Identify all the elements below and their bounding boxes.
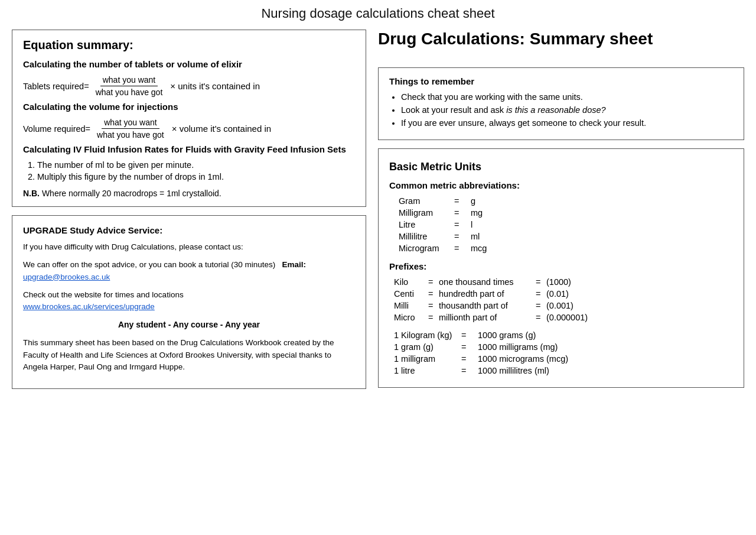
equation-summary-heading: Equation summary:: [23, 38, 355, 52]
upgrade-title: UPGRADE Study Advice Service:: [23, 225, 355, 235]
injections-heading: Calculating the volume for injections: [23, 102, 355, 112]
abbrev-microgram: Microgram = mcg: [399, 244, 733, 253]
things-box: Things to remember Check that you are wo…: [378, 67, 744, 140]
nb-text: N.B. Where normally 20 macrodrops = 1ml …: [23, 189, 355, 198]
tablets-fraction: what you want what you have got: [93, 75, 165, 97]
equation-summary-box: Equation summary: Calculating the number…: [12, 30, 366, 207]
things-bullet-1: Check that you are working with the same…: [401, 92, 733, 102]
conv-kilogram: 1 Kilogram (kg) = 1000 grams (g): [394, 330, 733, 340]
upgrade-email-link[interactable]: upgrade@brookes.ac.uk: [23, 273, 110, 281]
page-title: Nursing dosage calculations cheat sheet: [12, 6, 744, 21]
iv-step-1: The number of ml to be given per minute.: [37, 160, 355, 170]
metric-heading: Basic Metric Units: [389, 161, 733, 173]
upgrade-box: UPGRADE Study Advice Service: If you hav…: [12, 215, 366, 389]
upgrade-email-label: Email:: [282, 260, 307, 269]
prefixes-heading: Prefixes:: [389, 261, 733, 271]
iv-step-2: Multiply this figure by the number of dr…: [37, 172, 355, 181]
things-italic: is this a reasonable dose?: [506, 105, 605, 115]
abbrev-heading: Common metric abbreviations:: [389, 180, 733, 190]
upgrade-footer: This summary sheet has been based on the…: [23, 337, 355, 373]
tablets-denominator: what you have got: [93, 86, 165, 97]
prefix-milli: Milli = thousandth part of = (0.001): [394, 301, 733, 310]
left-column: Equation summary: Calculating the number…: [12, 30, 366, 389]
tablets-prefix: Tablets required=: [23, 82, 89, 91]
conversions-table: 1 Kilogram (kg) = 1000 grams (g) 1 gram …: [394, 330, 733, 375]
tablets-numerator: what you want: [100, 75, 158, 86]
things-bullets: Check that you are working with the same…: [401, 92, 733, 128]
upgrade-body: If you have difficulty with Drug Calcula…: [23, 241, 355, 373]
prefix-kilo: Kilo = one thousand times = (1000): [394, 277, 733, 287]
conv-milligram: 1 milligram = 1000 micrograms (mcg): [394, 354, 733, 364]
iv-steps: The number of ml to be given per minute.…: [37, 160, 355, 181]
upgrade-body1: If you have difficulty with Drug Calcula…: [23, 241, 355, 253]
prefixes-table: Kilo = one thousand times = (1000) Centi…: [394, 277, 733, 322]
prefix-centi: Centi = hundredth part of = (0.01): [394, 289, 733, 299]
injections-formula: Volume required= what you want what you …: [23, 118, 355, 140]
conv-litre: 1 litre = 1000 millilitres (ml): [394, 366, 733, 375]
prefix-micro: Micro = millionth part of = (0.000001): [394, 313, 733, 322]
nb-body: Where normally 20 macrodrops = 1ml cryst…: [42, 189, 221, 198]
injections-numerator: what you want: [102, 118, 159, 129]
upgrade-tagline: Any student - Any course - Any year: [23, 319, 355, 331]
injections-times: × volume it's contained in: [172, 124, 271, 134]
things-bullet-3: If you are ever unsure, always get someo…: [401, 118, 733, 128]
abbrev-litre: Litre = l: [399, 220, 733, 229]
upgrade-body2: We can offer on the spot advice, or you …: [23, 259, 355, 283]
tablets-formula: Tablets required= what you want what you…: [23, 75, 355, 97]
conv-gram: 1 gram (g) = 1000 milligrams (mg): [394, 342, 733, 352]
nb-label: N.B.: [23, 189, 40, 198]
injections-fraction: what you want what you have got: [94, 118, 167, 140]
drug-title: Drug Calculations: Summary sheet: [378, 30, 744, 48]
upgrade-website-link[interactable]: www.brookes.ac.uk/services/upgrade: [23, 302, 155, 311]
metric-box: Basic Metric Units Common metric abbrevi…: [378, 148, 744, 388]
things-bullet-2: Look at your result and ask is this a re…: [401, 105, 733, 115]
upgrade-body3: Check out the website for times and loca…: [23, 289, 355, 313]
tablets-heading: Calculating the number of tablets or vol…: [23, 59, 355, 69]
abbrev-millilitre: Millilitre = ml: [399, 232, 733, 241]
things-heading: Things to remember: [389, 76, 733, 86]
tablets-times: × units it's contained in: [170, 81, 260, 91]
iv-heading: Calculating IV Fluid Infusion Rates for …: [23, 144, 355, 154]
abbreviations-table: Gram = g Milligram = mg Litre = l Millil…: [399, 196, 733, 253]
abbrev-gram: Gram = g: [399, 196, 733, 206]
injections-denominator: what you have got: [94, 129, 167, 140]
abbrev-milligram: Milligram = mg: [399, 208, 733, 218]
right-column: Drug Calculations: Summary sheet Things …: [378, 30, 744, 388]
injections-prefix: Volume required=: [23, 124, 90, 134]
